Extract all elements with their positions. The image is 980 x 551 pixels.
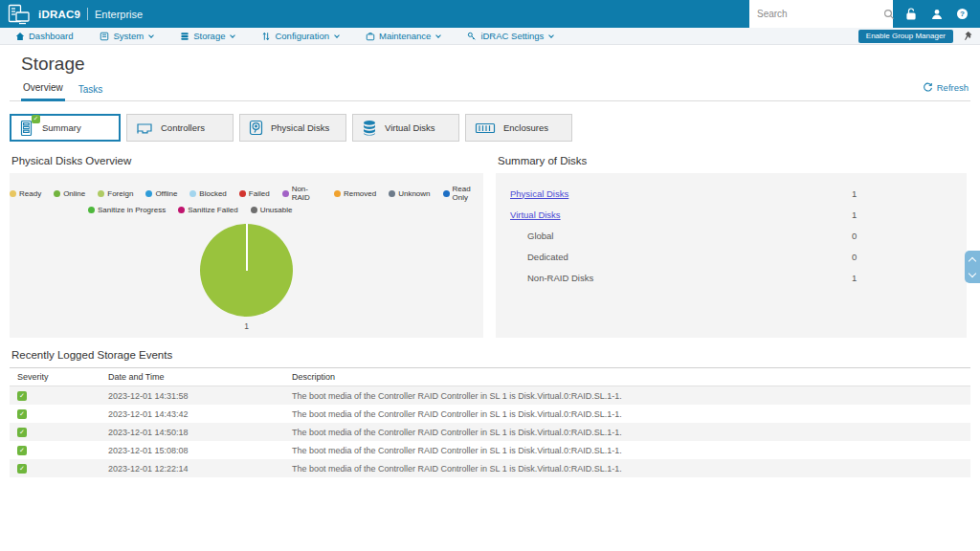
nav-item-system[interactable]: System xyxy=(100,31,153,41)
virtual-disks-icon xyxy=(362,120,377,136)
recent-events-section: Recently Logged Storage Events Severity … xyxy=(10,349,970,477)
check-badge-icon: ✓ xyxy=(32,115,40,123)
idrac-logo-icon xyxy=(8,4,31,25)
page-scroll-widget[interactable] xyxy=(965,251,980,283)
severity-ok-icon: ✓ xyxy=(17,428,27,437)
check-glyph: ✓ xyxy=(33,115,38,122)
event-row: ✓ 2023-12-01 15:08:08 The boot media of … xyxy=(10,441,970,459)
scroll-down-icon[interactable] xyxy=(969,269,976,276)
legend-item: Blocked xyxy=(189,185,226,202)
pie-legend-row-2: Sanitize in Progress Sanitize Failed Unu… xyxy=(10,202,483,214)
tile-virtual-disks[interactable]: Virtual Disks xyxy=(352,114,459,142)
top-bar: iDRAC9 Enterprise ? xyxy=(0,0,980,28)
nav-label: iDRAC Settings xyxy=(480,31,544,41)
storage-tile-row: ✓ Summary Controllers Physical Disks xyxy=(10,114,980,142)
enable-group-manager-button[interactable]: Enable Group Manager xyxy=(858,30,953,43)
nav-item-maintenance[interactable]: Maintenance xyxy=(366,31,440,41)
event-description: The boot media of the Controller RAID Co… xyxy=(284,409,970,419)
legend-dot xyxy=(10,190,16,197)
page-title: Storage xyxy=(21,54,980,75)
recent-events-heading: Recently Logged Storage Events xyxy=(10,349,970,368)
summary-row-physical-disks: Physical Disks 1 xyxy=(496,183,967,204)
legend-label: Blocked xyxy=(199,189,226,198)
legend-label: Non-RAID xyxy=(292,185,322,202)
nav-item-dashboard[interactable]: Dashboard xyxy=(15,31,73,41)
chevron-down-icon xyxy=(231,33,236,38)
legend-item: Sanitize in Progress xyxy=(88,206,166,214)
nav-label: Configuration xyxy=(275,31,329,41)
pie-legend-row-1: Ready Online Foreign Offline Blocked Fai… xyxy=(10,173,483,202)
event-row: ✓ 2023-12-01 14:50:18 The boot media of … xyxy=(10,423,970,441)
summary-label: Non-RAID Disks xyxy=(496,273,852,283)
nav-item-configuration[interactable]: Configuration xyxy=(261,31,339,41)
user-icon[interactable] xyxy=(931,9,943,20)
refresh-link[interactable]: Refresh xyxy=(923,82,969,100)
legend-label: Failed xyxy=(249,189,270,198)
pin-icon[interactable] xyxy=(963,31,972,41)
event-row: ✓ 2023-12-01 14:43:42 The boot media of … xyxy=(10,405,970,423)
summary-label: Dedicated xyxy=(496,252,852,262)
summary-of-disks-panel: Physical Disks 1 Virtual Disks 1 Global … xyxy=(496,173,967,338)
scroll-up-icon[interactable] xyxy=(969,256,976,264)
legend-dot xyxy=(282,190,289,197)
tile-label: Virtual Disks xyxy=(385,122,435,133)
chevron-down-icon xyxy=(334,33,340,38)
event-description: The boot media of the Controller RAID Co… xyxy=(284,428,970,437)
severity-ok-icon: ✓ xyxy=(17,464,27,474)
legend-label: Offline xyxy=(155,189,177,198)
nav-item-idrac-settings[interactable]: iDRAC Settings xyxy=(467,31,553,41)
search-input[interactable] xyxy=(757,9,883,19)
nav-label: Storage xyxy=(193,31,225,41)
pie-slice-boundary xyxy=(246,224,248,271)
summary-row-global: Global 0 xyxy=(496,225,967,246)
nav-item-storage[interactable]: Storage xyxy=(180,31,234,41)
event-datetime: 2023-12-01 14:31:58 xyxy=(100,391,284,401)
tabs-bar: Overview Tasks Refresh xyxy=(10,77,970,101)
severity-ok-icon: ✓ xyxy=(17,409,27,419)
col-date-time: Date and Time xyxy=(100,372,284,382)
tile-controllers[interactable]: Controllers xyxy=(126,114,234,142)
physical-disks-overview-panel: Ready Online Foreign Offline Blocked Fai… xyxy=(10,173,483,338)
check-glyph: ✓ xyxy=(19,447,25,454)
legend-dot xyxy=(145,190,152,197)
check-glyph: ✓ xyxy=(19,429,25,436)
physical-disks-overview-heading: Physical Disks Overview xyxy=(11,155,483,166)
legend-label: Sanitize Failed xyxy=(188,206,237,214)
enclosures-icon xyxy=(475,122,496,134)
unlock-icon[interactable] xyxy=(905,8,917,20)
legend-label: Online xyxy=(63,189,85,198)
legend-dot xyxy=(334,190,341,197)
help-icon[interactable]: ? xyxy=(957,9,968,19)
legend-dot xyxy=(98,190,104,197)
event-row: ✓ 2023-12-01 12:22:14 The boot media of … xyxy=(10,459,970,477)
summary-value: 0 xyxy=(852,231,857,241)
legend-dot xyxy=(189,190,196,197)
legend-dot xyxy=(54,190,60,197)
events-table-header: Severity Date and Time Description xyxy=(10,368,970,386)
tab-tasks[interactable]: Tasks xyxy=(77,78,105,100)
legend-dot xyxy=(389,190,395,197)
tile-label: Enclosures xyxy=(503,122,548,133)
search-box[interactable] xyxy=(749,0,893,28)
event-datetime: 2023-12-01 15:08:08 xyxy=(100,446,284,455)
legend-item: Ready xyxy=(10,185,41,202)
chevron-down-icon xyxy=(549,33,555,38)
col-description: Description xyxy=(284,372,970,382)
legend-label: Read Only xyxy=(453,185,483,202)
legend-item: Foreign xyxy=(98,185,133,202)
main-nav: Dashboard System Storage Configuration M… xyxy=(0,28,980,45)
tile-physical-disks[interactable]: Physical Disks xyxy=(239,114,346,142)
event-description: The boot media of the Controller RAID Co… xyxy=(284,391,970,401)
legend-item: Removed xyxy=(334,185,376,202)
virtual-disks-link[interactable]: Virtual Disks xyxy=(510,209,561,220)
chevron-down-icon xyxy=(148,33,154,38)
tile-enclosures[interactable]: Enclosures xyxy=(465,114,572,142)
physical-disks-link[interactable]: Physical Disks xyxy=(510,188,568,199)
tab-overview[interactable]: Overview xyxy=(21,77,65,101)
tile-label: Physical Disks xyxy=(271,122,329,133)
summary-of-disks-heading: Summary of Disks xyxy=(498,155,967,166)
refresh-icon xyxy=(923,82,933,93)
tile-summary[interactable]: ✓ Summary xyxy=(10,114,121,142)
legend-dot xyxy=(251,207,257,213)
legend-label: Removed xyxy=(344,189,376,198)
